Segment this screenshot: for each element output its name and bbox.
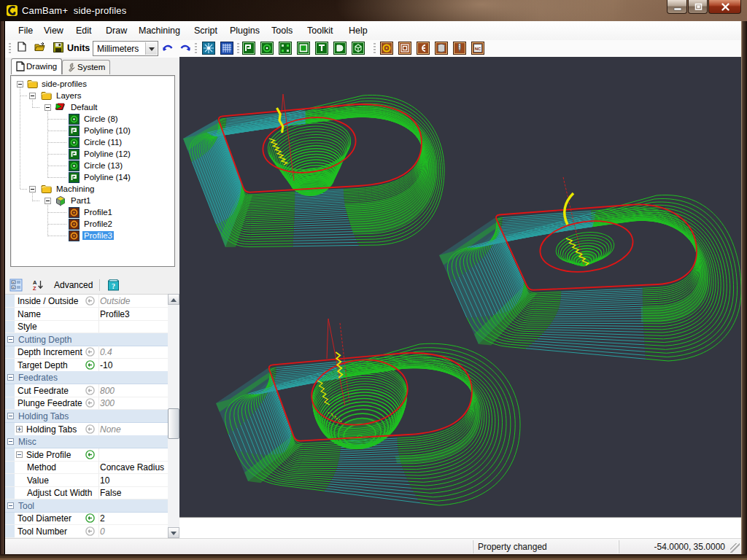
svg-text:NC: NC [475,47,481,51]
svg-text:+: + [12,286,15,289]
svg-text:+: + [12,281,15,284]
svg-text:?: ? [112,282,115,290]
svg-text:Z: Z [33,285,36,291]
